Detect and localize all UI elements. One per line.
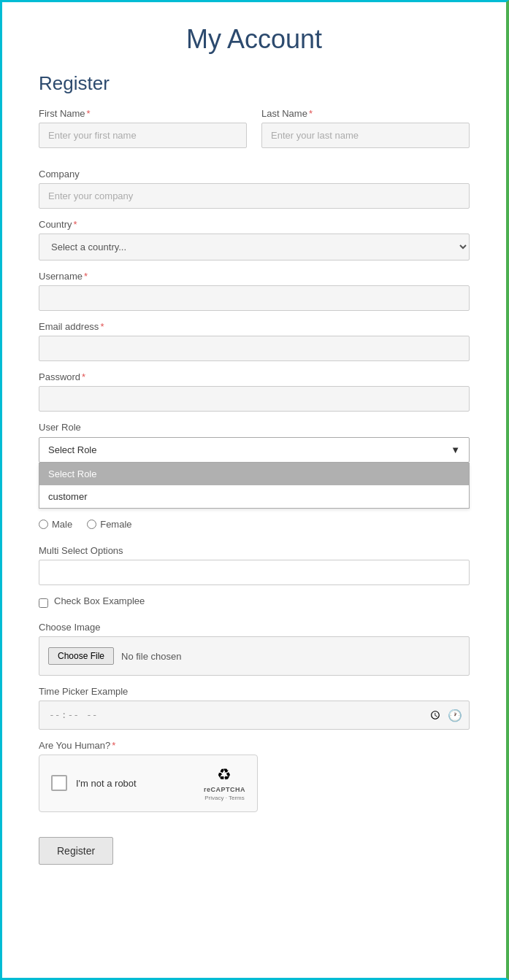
user-role-options-list: Select Role customer: [39, 463, 470, 509]
checkbox-example[interactable]: [39, 598, 48, 608]
multi-select-input[interactable]: [39, 560, 470, 585]
time-input-container: 🕐: [39, 701, 470, 730]
user-role-value: Select Role: [48, 444, 96, 455]
user-role-label: User Role: [39, 422, 470, 433]
email-input[interactable]: [39, 336, 470, 361]
radio-female-text: Female: [100, 519, 131, 530]
choose-file-button[interactable]: Choose File: [48, 647, 114, 665]
are-you-human-label: Are You Human?*: [39, 740, 470, 751]
dropdown-option-select-role[interactable]: Select Role: [39, 463, 469, 485]
captcha-text: I'm not a robot: [76, 778, 137, 789]
page-title: My Account: [39, 24, 470, 55]
password-label: Password*: [39, 371, 470, 382]
company-label: Company: [39, 169, 470, 180]
time-picker-label: Time Picker Example: [39, 686, 470, 697]
choose-image-label: Choose Image: [39, 622, 470, 633]
user-role-selected-display[interactable]: Select Role ▼: [39, 437, 470, 463]
user-role-dropdown[interactable]: Select Role ▼ Select Role customer: [39, 437, 470, 509]
last-name-label: Last Name*: [261, 108, 470, 119]
gender-radio-group: Male Female: [39, 519, 470, 533]
captcha-left: I'm not a robot: [51, 775, 137, 791]
recaptcha-brand: reCAPTCHA: [204, 786, 245, 793]
company-input[interactable]: [39, 183, 470, 209]
captcha-container: I'm not a robot ♻ reCAPTCHA Privacy · Te…: [39, 755, 258, 812]
radio-male-label[interactable]: Male: [39, 519, 72, 530]
chevron-down-icon: ▼: [451, 444, 460, 455]
country-label: Country*: [39, 219, 470, 230]
recaptcha-links: Privacy · Terms: [204, 795, 245, 801]
radio-female-label[interactable]: Female: [87, 519, 131, 530]
time-picker-input[interactable]: [39, 701, 470, 730]
register-heading: Register: [39, 72, 470, 95]
username-input[interactable]: [39, 285, 470, 311]
no-file-text: No file chosen: [121, 651, 181, 662]
last-name-input[interactable]: [261, 123, 470, 148]
checkbox-group: Check Box Examplee: [39, 595, 470, 610]
register-button[interactable]: Register: [39, 837, 113, 865]
recaptcha-logo-icon: ♻: [217, 765, 231, 784]
username-label: Username*: [39, 271, 470, 282]
password-input[interactable]: [39, 386, 470, 412]
email-label: Email address*: [39, 321, 470, 332]
captcha-checkbox[interactable]: [51, 775, 67, 791]
first-name-input[interactable]: [39, 123, 247, 148]
checkbox-label[interactable]: Check Box Examplee: [54, 595, 145, 606]
radio-male-text: Male: [52, 519, 72, 530]
country-select[interactable]: Select a country...: [39, 234, 470, 261]
multi-select-label: Multi Select Options: [39, 545, 470, 556]
first-name-label: First Name*: [39, 108, 247, 119]
radio-female[interactable]: [87, 520, 96, 529]
clock-icon: 🕐: [448, 708, 462, 722]
file-input-container: Choose File No file chosen: [39, 636, 470, 676]
captcha-right: ♻ reCAPTCHA Privacy · Terms: [204, 765, 245, 801]
dropdown-option-customer[interactable]: customer: [39, 485, 469, 508]
radio-male[interactable]: [39, 520, 48, 529]
